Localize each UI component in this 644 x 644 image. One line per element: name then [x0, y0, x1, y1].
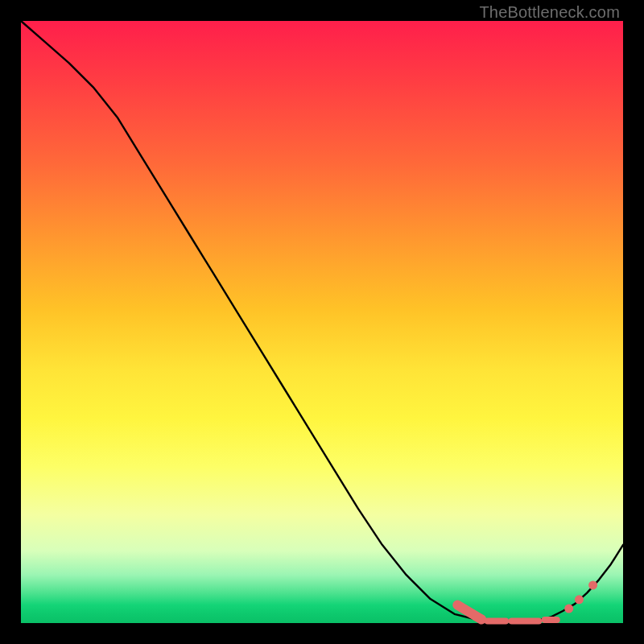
marker-layer [457, 580, 597, 621]
marker-segment-heavy [457, 605, 481, 620]
watermark-text: TheBottleneck.com [479, 3, 620, 22]
marker-dot-0 [564, 605, 573, 613]
bottleneck-curve [21, 21, 623, 621]
plot-area [21, 21, 623, 623]
marker-dot-2 [588, 580, 597, 589]
marker-dot-1 [575, 595, 584, 604]
chart-frame: TheBottleneck.com [0, 0, 644, 644]
curve-svg [21, 21, 623, 623]
